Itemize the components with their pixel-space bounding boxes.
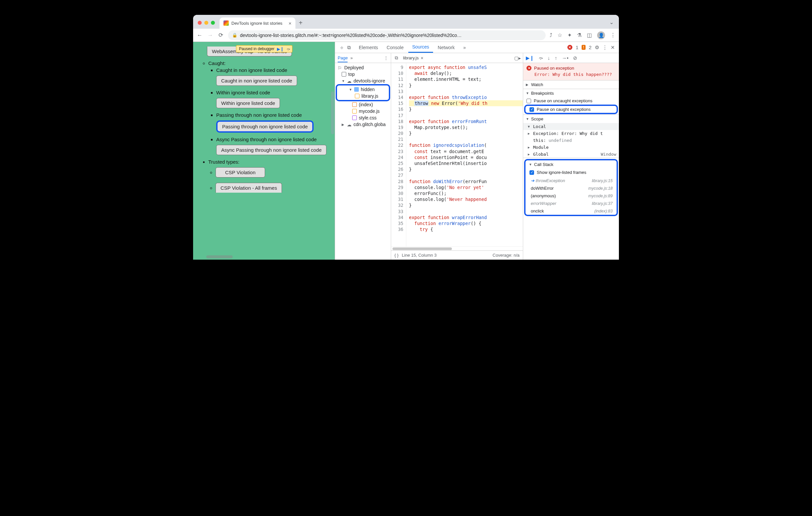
step-over-button-icon[interactable]: ⤼	[539, 55, 543, 61]
tree-node-style[interactable]: style.css	[336, 115, 390, 121]
checkbox-checked-icon[interactable]: ✓	[529, 107, 534, 112]
coverage-status: Coverage: n/a	[492, 253, 520, 258]
callstack-frame[interactable]: ➔throwExceptionlibrary.js:15	[526, 177, 616, 184]
page-scrollbar-horizontal[interactable]	[206, 255, 233, 258]
tab-console[interactable]: Console	[383, 42, 407, 53]
scope-this: this: undefined	[523, 137, 619, 144]
navigator-tab-page[interactable]: Page	[338, 55, 348, 62]
scope-exception[interactable]: ▶Exception: Error: Why did t	[523, 130, 619, 137]
section-watch[interactable]: ▶Watch	[523, 81, 619, 89]
extensions-icon[interactable]: ✦	[568, 32, 572, 38]
bp-pause-uncaught[interactable]: Pause on uncaught exceptions	[523, 97, 619, 104]
device-toolbar-icon[interactable]: ⧉	[347, 44, 351, 51]
minimize-window-button[interactable]	[204, 21, 208, 25]
close-devtools-icon[interactable]: ✕	[611, 44, 615, 51]
tab-overflow-icon[interactable]: ⌄	[609, 19, 614, 25]
tree-node-library[interactable]: library.js	[338, 93, 388, 99]
new-tab-button[interactable]: +	[299, 20, 303, 26]
page-button-csp-all[interactable]: CSP Violation - All frames	[215, 183, 282, 193]
omnibox[interactable]: 🔒 devtools-ignore-list-stories.glitch.me…	[228, 30, 546, 40]
tree-node-cdn[interactable]: ▶cdn.glitch.globa	[336, 121, 390, 128]
scope-module[interactable]: ▶Module	[523, 144, 619, 151]
browser-tab[interactable]: DevTools ignore list stories ×	[220, 18, 295, 29]
tree-node-origin[interactable]: ▼devtools-ignore	[336, 78, 390, 84]
navigator-menu-icon[interactable]: ⋮	[384, 55, 388, 60]
chrome-menu-icon[interactable]: ⋮	[610, 32, 616, 38]
bp-pause-caught[interactable]: ✓ Pause on caught exceptions	[526, 106, 616, 113]
tab-network[interactable]: Network	[434, 42, 459, 53]
page-button-async-passing[interactable]: Async Passing through non ignore listed …	[216, 145, 326, 155]
settings-icon[interactable]: ⚙	[595, 44, 599, 51]
close-file-icon[interactable]: ×	[420, 55, 423, 61]
list-item: Async Passing through non ignore listed …	[216, 136, 333, 142]
list-item: Passing through non ignore listed code	[216, 112, 333, 118]
page-scrollbar-vertical[interactable]	[331, 91, 334, 134]
devtools-menu-icon[interactable]: ⋮	[602, 44, 607, 51]
deactivate-breakpoints-icon[interactable]: ⊘	[573, 55, 577, 61]
content-area: Paused in debugger ▶❙ ⤼ WebAssembly trap…	[193, 42, 619, 260]
scope-global[interactable]: ▶GlobalWindow	[523, 151, 619, 158]
show-ignored-frames[interactable]: ✓ Show ignore-listed frames	[526, 169, 616, 177]
code-area[interactable]: 9101112131415161718192021222324252627282…	[391, 63, 523, 246]
bookmark-icon[interactable]: ☆	[557, 32, 562, 38]
section-breakpoints-header[interactable]: ▼Breakpoints	[523, 89, 619, 97]
callstack-frame[interactable]: (anonymous)mycode.js:89	[526, 192, 616, 200]
checkbox-checked-icon[interactable]: ✓	[529, 170, 534, 175]
reload-icon[interactable]: ⟳	[218, 32, 224, 39]
list-item: Within ignore listed code	[216, 90, 333, 95]
page-button-within-ignore[interactable]: Within ignore listed code	[216, 98, 280, 108]
tabs-overflow-icon[interactable]: »	[459, 42, 470, 53]
forward-icon[interactable]: →	[207, 32, 213, 39]
callstack-highlight: ▼Call Stack ✓ Show ignore-listed frames …	[524, 159, 618, 216]
tree-node-mycode[interactable]: mycode.js	[336, 108, 390, 115]
tab-elements[interactable]: Elements	[355, 42, 382, 53]
page-button-csp[interactable]: CSP Violation	[215, 167, 265, 178]
page-button-caught-nonignore[interactable]: Caught in non ignore listed code	[216, 75, 297, 86]
close-window-button[interactable]	[198, 21, 202, 25]
page-body: WebAssembly trap - no JS frames Caught: …	[193, 42, 335, 195]
callstack-frame[interactable]: doWithErrormycode.js:18	[526, 184, 616, 192]
pretty-print-icon[interactable]: { }	[395, 253, 398, 258]
source-text[interactable]: export async function unsafeS await dela…	[406, 63, 523, 246]
maximize-window-button[interactable]	[211, 21, 215, 25]
navigator-overflow-icon[interactable]: »	[350, 55, 352, 60]
bp-caught-highlight: ✓ Pause on caught exceptions	[524, 104, 618, 114]
section-scope: ▼Scope ▼Local ▶Exception: Error: Why did…	[523, 115, 619, 158]
tree-node-index[interactable]: (index)	[336, 101, 390, 108]
source-editor: ⧉ library.js × ▢▸ 9101112131415161718192…	[391, 53, 523, 260]
checkbox-unchecked-icon[interactable]	[526, 99, 531, 103]
callstack-frame[interactable]: errorWrapperlibrary.js:37	[526, 200, 616, 207]
step-into-button-icon[interactable]: ↓	[548, 55, 550, 61]
back-icon[interactable]: ←	[196, 32, 203, 39]
page-button-passing-through[interactable]: Passing through non ignore listed code	[216, 120, 314, 133]
url-text: devtools-ignore-list-stories.glitch.me/#…	[240, 33, 462, 38]
resume-button-icon[interactable]: ▶❙	[526, 55, 534, 61]
section-callstack-header[interactable]: ▼Call Stack	[526, 160, 616, 169]
sidepanel-icon[interactable]: ◫	[587, 32, 592, 38]
tree-node-hidden[interactable]: ▼hidden	[338, 86, 388, 93]
warning-badge-icon[interactable]: !	[582, 45, 585, 50]
labs-icon[interactable]: ⚗	[577, 32, 582, 38]
paused-title: Paused on exception	[534, 66, 574, 70]
step-over-icon[interactable]: ⤼	[287, 47, 290, 52]
share-icon[interactable]: ⤴	[550, 32, 552, 38]
toggle-navigator-icon[interactable]: ⧉	[393, 55, 400, 61]
close-tab-icon[interactable]: ×	[289, 21, 291, 26]
step-out-button-icon[interactable]: ↑	[555, 55, 557, 61]
callstack-frame[interactable]: onclick(index):83	[526, 207, 616, 215]
tab-sources[interactable]: Sources	[408, 42, 433, 53]
section-scope-header[interactable]: ▼Scope	[523, 115, 619, 123]
profile-avatar-icon[interactable]: 👤	[597, 31, 605, 39]
editor-scrollbar-horizontal[interactable]	[391, 246, 523, 250]
toggle-debugger-icon[interactable]: ▢▸	[514, 55, 521, 61]
inspect-icon[interactable]: ⟐	[340, 44, 343, 50]
resume-icon[interactable]: ▶❙	[277, 47, 284, 52]
step-button-icon[interactable]: →•	[562, 55, 569, 61]
error-badge-icon[interactable]: ✕	[568, 45, 572, 50]
tree-node-top[interactable]: top	[336, 71, 390, 78]
tree-node-deployed[interactable]: Deployed	[336, 64, 390, 71]
scope-local[interactable]: ▼Local	[523, 123, 619, 130]
window-controls	[198, 21, 215, 25]
editor-tab-library[interactable]: library.js ×	[403, 55, 424, 61]
section-breakpoints: ▼Breakpoints Pause on uncaught exception…	[523, 89, 619, 115]
